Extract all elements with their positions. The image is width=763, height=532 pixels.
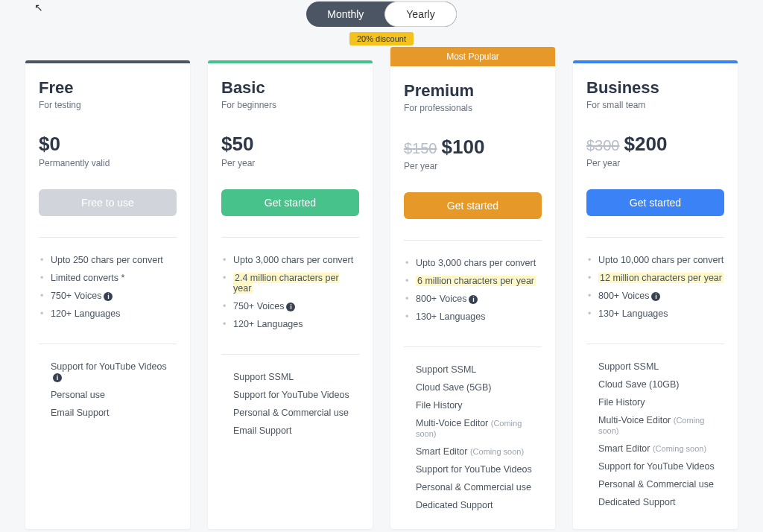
old-price: $300: [586, 137, 620, 153]
feature-item: Smart Editor (Coming soon): [586, 440, 724, 457]
feature-item: 750+ Voicesi: [221, 297, 359, 315]
feature-item: Support for YouTube Videos: [586, 457, 724, 475]
feature-item: File History: [586, 393, 724, 411]
feature-item: Smart Editor (Coming soon): [404, 443, 542, 460]
feature-item: Email Support: [39, 404, 177, 422]
cta-button[interactable]: Get started: [221, 189, 359, 216]
divider: [586, 343, 724, 344]
cta-button[interactable]: Get started: [404, 192, 542, 219]
feature-item: Cloud Save (5GB): [404, 379, 542, 396]
feature-item: Personal & Commercial use: [586, 475, 724, 493]
feature-item: Multi-Voice Editor (Coming soon): [586, 411, 724, 440]
plan-name: Basic: [221, 78, 359, 98]
popular-ribbon: Most Popular: [390, 47, 555, 66]
coming-soon-label: (Coming soon): [470, 447, 524, 456]
billing-toggle: Monthly Yearly: [306, 1, 456, 27]
price: $0: [39, 133, 60, 155]
feature-item: Support for YouTube Videos: [404, 460, 542, 478]
feature-item: 130+ Languages: [404, 308, 542, 326]
plan-subtitle: For small team: [586, 100, 724, 110]
feature-item: Upto 250 chars per convert: [39, 251, 177, 269]
divider: [221, 237, 359, 238]
coming-soon-label: (Coming soon): [416, 419, 522, 438]
cta-button[interactable]: Free to use: [39, 189, 177, 216]
plan-subtitle: For testing: [39, 100, 177, 110]
feature-item: Dedicated Support: [404, 496, 542, 514]
price: $200: [624, 133, 668, 155]
cta-button[interactable]: Get started: [586, 189, 724, 216]
feature-item: 6 million characters per year: [404, 272, 542, 290]
divider: [586, 237, 724, 238]
price: $50: [221, 133, 253, 155]
plan-subtitle: For beginners: [221, 100, 359, 110]
feature-item: 800+ Voicesi: [404, 290, 542, 308]
divider: [39, 343, 177, 344]
feature-item: Cloud Save (10GB): [586, 376, 724, 393]
feature-item: 120+ Languages: [39, 305, 177, 323]
feature-item: Support for YouTube Videos: [221, 386, 359, 404]
feature-item: 12 million characters per year: [586, 269, 724, 287]
feature-item: Support SSML: [221, 368, 359, 386]
feature-item: Support for YouTube Videos i: [39, 358, 177, 386]
plan-card-basic: BasicFor beginners$50Per yearGet started…: [208, 60, 373, 529]
feature-item: File History: [404, 396, 542, 414]
feature-item: Dedicated Support: [586, 493, 724, 511]
feature-item: 120+ Languages: [221, 315, 359, 333]
coming-soon-label: (Coming soon): [653, 444, 706, 453]
feature-item: 750+ Voicesi: [39, 287, 177, 305]
plan-card-business: BusinessFor small team$300$200Per yearGe…: [573, 60, 738, 529]
feature-item: 130+ Languages: [586, 305, 724, 323]
info-icon[interactable]: i: [286, 303, 295, 311]
feature-item: Personal & Commercial use: [404, 478, 542, 496]
feature-item: Support SSML: [404, 361, 542, 379]
price-period: Permanently valid: [39, 158, 177, 168]
feature-item: Personal & Commercial use: [221, 404, 359, 422]
feature-item: 800+ Voicesi: [586, 287, 724, 305]
divider: [221, 354, 359, 355]
divider: [404, 240, 542, 241]
feature-item: 2.4 million characters per year: [221, 269, 359, 297]
feature-item: Multi-Voice Editor (Coming soon): [404, 414, 542, 443]
info-icon[interactable]: i: [651, 292, 660, 301]
divider: [39, 237, 177, 238]
feature-item: Email Support: [221, 422, 359, 440]
toggle-yearly[interactable]: Yearly: [384, 1, 456, 27]
feature-item: Support SSML: [586, 358, 724, 376]
plan-name: Business: [586, 78, 724, 98]
coming-soon-label: (Coming soon): [598, 416, 704, 435]
old-price: $150: [404, 140, 437, 156]
plan-card-free: FreeFor testing$0Permanently validFree t…: [25, 60, 190, 529]
price-period: Per year: [404, 161, 542, 171]
price-period: Per year: [586, 158, 724, 168]
feature-item: Upto 10,000 chars per convert: [586, 251, 724, 269]
price-period: Per year: [221, 158, 359, 168]
plan-subtitle: For professionals: [404, 103, 542, 113]
feature-item: Upto 3,000 chars per convert: [221, 251, 359, 269]
feature-item: Personal use: [39, 386, 177, 404]
plan-name: Premium: [404, 81, 542, 101]
toggle-monthly[interactable]: Monthly: [306, 1, 384, 27]
divider: [404, 346, 542, 347]
plan-name: Free: [39, 78, 177, 98]
price: $100: [442, 136, 485, 158]
info-icon[interactable]: i: [469, 295, 478, 304]
feature-item: Limited converts *: [39, 269, 177, 287]
discount-badge: 20% discount: [349, 32, 414, 45]
feature-item: Upto 3,000 chars per convert: [404, 254, 542, 272]
plan-card-premium: Most PopularPremiumFor professionals$150…: [390, 47, 555, 529]
info-icon[interactable]: i: [53, 373, 62, 382]
info-icon[interactable]: i: [104, 292, 113, 301]
